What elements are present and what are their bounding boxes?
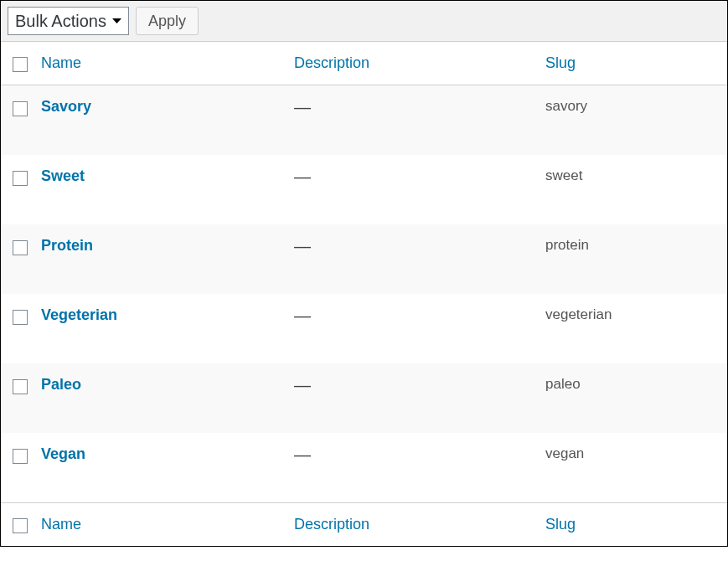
row-slug-cell: vegeterian [537, 294, 727, 363]
column-footer-slug[interactable]: Slug [537, 503, 727, 547]
row-check-cell [1, 363, 33, 433]
row-checkbox[interactable] [13, 449, 28, 464]
term-slug: paleo [545, 376, 581, 392]
select-all-footer [1, 503, 33, 547]
bulk-actions-select[interactable]: Bulk Actions [8, 7, 129, 35]
row-description-cell: — [286, 363, 537, 433]
table-row: Savory—savory [1, 85, 727, 156]
column-footer-description[interactable]: Description [286, 503, 537, 547]
table-row: Protein—protein [1, 224, 727, 294]
term-name-link[interactable]: Vegan [41, 445, 85, 462]
toolbar: Bulk Actions Apply [1, 1, 727, 42]
term-name-link[interactable]: Paleo [41, 376, 81, 393]
column-header-name[interactable]: Name [33, 42, 286, 85]
row-check-cell [1, 155, 33, 224]
row-name-cell: Vegeterian [33, 294, 286, 363]
row-description-cell: — [286, 85, 537, 156]
column-header-slug[interactable]: Slug [537, 42, 727, 85]
select-all-checkbox-footer[interactable] [13, 518, 28, 533]
term-description: — [294, 98, 311, 116]
table-row: Vegan—vegan [1, 433, 727, 503]
term-slug: sweet [545, 167, 582, 183]
select-all-checkbox[interactable] [13, 57, 28, 72]
row-name-cell: Savory [33, 85, 286, 156]
table-row: Paleo—paleo [1, 363, 727, 433]
row-check-cell [1, 224, 33, 294]
row-check-cell [1, 85, 33, 156]
row-checkbox[interactable] [13, 379, 28, 394]
row-name-cell: Vegan [33, 433, 286, 503]
row-slug-cell: vegan [537, 433, 727, 503]
apply-button[interactable]: Apply [136, 7, 199, 35]
row-description-cell: — [286, 224, 537, 294]
terms-table: Name Description Slug Savory—savorySweet… [1, 42, 727, 546]
term-slug: vegan [545, 445, 584, 461]
term-slug: savory [545, 98, 587, 114]
row-checkbox[interactable] [13, 310, 28, 325]
row-name-cell: Protein [33, 224, 286, 294]
term-description: — [294, 237, 311, 255]
row-checkbox[interactable] [13, 240, 28, 255]
column-footer-name[interactable]: Name [33, 503, 286, 547]
term-name-link[interactable]: Sweet [41, 167, 85, 184]
taxonomy-table-panel: Bulk Actions Apply Name Description Slug… [0, 0, 728, 547]
row-name-cell: Paleo [33, 363, 286, 433]
table-row: Vegeterian—vegeterian [1, 294, 727, 363]
term-description: — [294, 167, 311, 186]
term-name-link[interactable]: Protein [41, 237, 93, 254]
column-header-description[interactable]: Description [286, 42, 537, 85]
row-slug-cell: protein [537, 224, 727, 294]
row-name-cell: Sweet [33, 155, 286, 224]
term-name-link[interactable]: Vegeterian [41, 306, 117, 323]
row-slug-cell: paleo [537, 363, 727, 433]
term-name-link[interactable]: Savory [41, 98, 91, 115]
row-slug-cell: sweet [537, 155, 727, 224]
row-description-cell: — [286, 433, 537, 503]
row-checkbox[interactable] [13, 101, 28, 116]
row-description-cell: — [286, 294, 537, 363]
table-row: Sweet—sweet [1, 155, 727, 224]
term-slug: vegeterian [545, 306, 612, 322]
select-all-header [1, 42, 33, 85]
row-check-cell [1, 294, 33, 363]
term-description: — [294, 376, 311, 394]
term-slug: protein [545, 237, 589, 253]
row-slug-cell: savory [537, 85, 727, 156]
term-description: — [294, 445, 311, 464]
row-check-cell [1, 433, 33, 503]
row-checkbox[interactable] [13, 171, 28, 186]
row-description-cell: — [286, 155, 537, 224]
term-description: — [294, 306, 311, 325]
